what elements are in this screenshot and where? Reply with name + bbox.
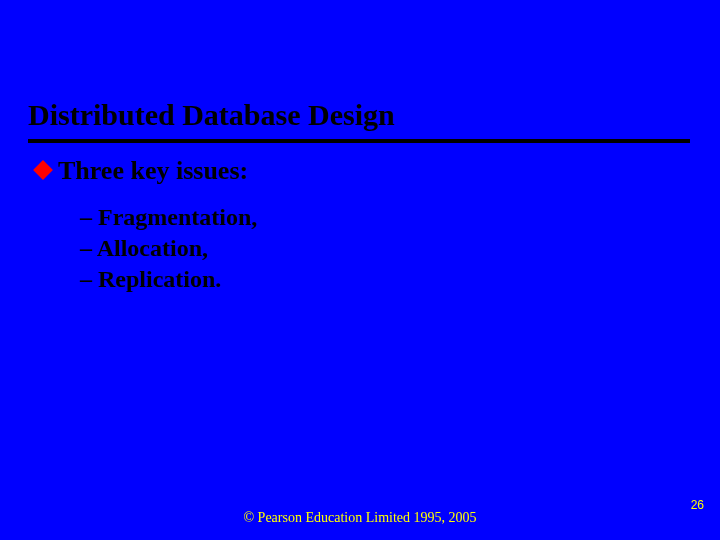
slide-body: Three key issues: – Fragmentation, – All… <box>36 156 660 297</box>
sublist: – Fragmentation, – Allocation, – Replica… <box>80 204 660 293</box>
bullet-text: Three key issues: <box>58 156 248 186</box>
diamond-bullet-icon <box>33 160 53 180</box>
title-area: Distributed Database Design <box>28 98 690 143</box>
bullet-row: Three key issues: <box>36 156 660 186</box>
page-number: 26 <box>691 498 704 512</box>
subitem: – Fragmentation, <box>80 204 660 231</box>
title-underline <box>28 139 690 143</box>
slide-title: Distributed Database Design <box>28 98 690 137</box>
footer-copyright: © Pearson Education Limited 1995, 2005 <box>0 510 720 526</box>
subitem: – Replication. <box>80 266 660 293</box>
subitem: – Allocation, <box>80 235 660 262</box>
slide: Distributed Database Design Three key is… <box>0 0 720 540</box>
